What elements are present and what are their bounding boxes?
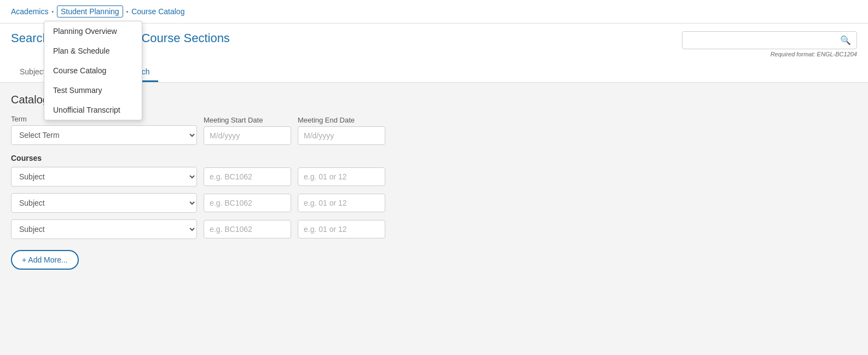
meeting-start-date-group: Meeting Start Date xyxy=(204,116,291,145)
menu-item-planning-overview[interactable]: Planning Overview xyxy=(44,21,142,41)
course-row-2: Subject xyxy=(11,193,857,213)
required-format-hint: Required format: ENGL-BC1204 xyxy=(771,51,857,57)
student-planning-dropdown: Planning Overview Plan & Schedule Course… xyxy=(44,21,142,120)
meeting-end-date-label: Meeting End Date xyxy=(298,116,385,124)
course-row-3: Subject xyxy=(11,219,857,239)
course-section-input-2[interactable] xyxy=(298,194,385,212)
course-search-input[interactable] xyxy=(682,33,835,48)
search-icon-button[interactable]: 🔍 xyxy=(835,32,857,49)
menu-item-course-catalog[interactable]: Course Catalog xyxy=(44,61,142,80)
course-number-input-1[interactable] xyxy=(204,167,291,186)
dot-separator-2: • xyxy=(126,9,129,15)
menu-item-test-summary[interactable]: Test Summary xyxy=(44,80,142,100)
nav-course-catalog[interactable]: Course Catalog xyxy=(131,7,184,16)
course-number-input-3[interactable] xyxy=(204,220,291,238)
meeting-start-date-label: Meeting Start Date xyxy=(204,116,291,124)
course-section-input-3[interactable] xyxy=(298,220,385,238)
meeting-start-date-input[interactable] xyxy=(204,126,291,145)
courses-label: Courses xyxy=(11,154,857,162)
nav-student-planning[interactable]: Student Planning xyxy=(57,5,123,18)
dot-separator-1: • xyxy=(51,9,54,15)
add-more-button[interactable]: + Add More... xyxy=(11,250,79,270)
meeting-end-date-input[interactable] xyxy=(298,126,385,145)
course-search-box[interactable]: 🔍 xyxy=(682,31,857,49)
meeting-end-date-group: Meeting End Date xyxy=(298,116,385,145)
term-select[interactable]: Select Term xyxy=(11,125,197,145)
course-section-input-1[interactable] xyxy=(298,167,385,186)
course-number-input-2[interactable] xyxy=(204,194,291,212)
top-navigation: Academics • Student Planning • Course Ca… xyxy=(0,0,868,24)
course-subject-select-3[interactable]: Subject xyxy=(11,219,197,239)
course-subject-select-2[interactable]: Subject xyxy=(11,193,197,213)
menu-item-plan-schedule[interactable]: Plan & Schedule xyxy=(44,41,142,61)
course-search-container: 🔍 Required format: ENGL-BC1204 xyxy=(682,31,857,57)
course-row-1: Subject xyxy=(11,167,857,187)
menu-item-unofficial-transcript[interactable]: Unofficial Transcript xyxy=(44,100,142,120)
nav-academics[interactable]: Academics xyxy=(11,7,48,16)
course-subject-select-1[interactable]: Subject xyxy=(11,167,197,187)
